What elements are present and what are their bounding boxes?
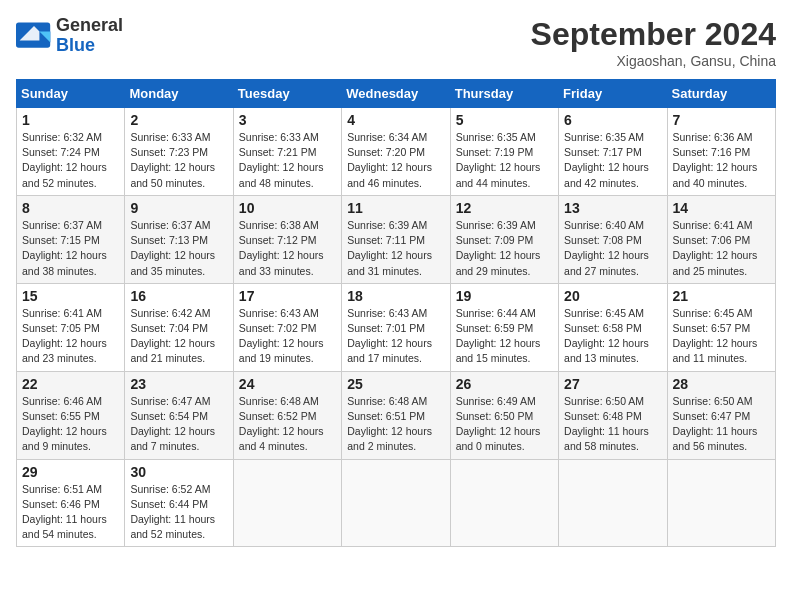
day-number: 7 (673, 112, 770, 128)
day-number: 4 (347, 112, 444, 128)
day-info: Sunrise: 6:46 AMSunset: 6:55 PMDaylight:… (22, 394, 119, 455)
day-info: Sunrise: 6:41 AMSunset: 7:06 PMDaylight:… (673, 218, 770, 279)
location-subtitle: Xigaoshan, Gansu, China (531, 53, 776, 69)
day-info: Sunrise: 6:50 AMSunset: 6:47 PMDaylight:… (673, 394, 770, 455)
dow-header-sunday: Sunday (17, 80, 125, 108)
day-number: 17 (239, 288, 336, 304)
week-row-5: 29Sunrise: 6:51 AMSunset: 6:46 PMDayligh… (17, 459, 776, 547)
day-number: 15 (22, 288, 119, 304)
day-cell: 15Sunrise: 6:41 AMSunset: 7:05 PMDayligh… (17, 283, 125, 371)
day-info: Sunrise: 6:36 AMSunset: 7:16 PMDaylight:… (673, 130, 770, 191)
day-cell (667, 459, 775, 547)
day-info: Sunrise: 6:37 AMSunset: 7:15 PMDaylight:… (22, 218, 119, 279)
calendar-table: SundayMondayTuesdayWednesdayThursdayFrid… (16, 79, 776, 547)
week-row-3: 15Sunrise: 6:41 AMSunset: 7:05 PMDayligh… (17, 283, 776, 371)
day-number: 28 (673, 376, 770, 392)
title-block: September 2024 Xigaoshan, Gansu, China (531, 16, 776, 69)
day-info: Sunrise: 6:38 AMSunset: 7:12 PMDaylight:… (239, 218, 336, 279)
day-info: Sunrise: 6:47 AMSunset: 6:54 PMDaylight:… (130, 394, 227, 455)
day-cell: 12Sunrise: 6:39 AMSunset: 7:09 PMDayligh… (450, 195, 558, 283)
day-cell: 23Sunrise: 6:47 AMSunset: 6:54 PMDayligh… (125, 371, 233, 459)
logo-text-general: General (56, 16, 123, 36)
day-cell: 16Sunrise: 6:42 AMSunset: 7:04 PMDayligh… (125, 283, 233, 371)
day-number: 16 (130, 288, 227, 304)
day-cell: 30Sunrise: 6:52 AMSunset: 6:44 PMDayligh… (125, 459, 233, 547)
day-number: 9 (130, 200, 227, 216)
day-cell: 8Sunrise: 6:37 AMSunset: 7:15 PMDaylight… (17, 195, 125, 283)
day-cell: 5Sunrise: 6:35 AMSunset: 7:19 PMDaylight… (450, 108, 558, 196)
day-cell: 21Sunrise: 6:45 AMSunset: 6:57 PMDayligh… (667, 283, 775, 371)
logo-icon (16, 22, 52, 50)
day-cell: 6Sunrise: 6:35 AMSunset: 7:17 PMDaylight… (559, 108, 667, 196)
day-number: 3 (239, 112, 336, 128)
day-number: 29 (22, 464, 119, 480)
day-info: Sunrise: 6:43 AMSunset: 7:02 PMDaylight:… (239, 306, 336, 367)
day-number: 1 (22, 112, 119, 128)
day-info: Sunrise: 6:50 AMSunset: 6:48 PMDaylight:… (564, 394, 661, 455)
day-number: 18 (347, 288, 444, 304)
day-cell: 4Sunrise: 6:34 AMSunset: 7:20 PMDaylight… (342, 108, 450, 196)
day-info: Sunrise: 6:37 AMSunset: 7:13 PMDaylight:… (130, 218, 227, 279)
dow-header-friday: Friday (559, 80, 667, 108)
day-number: 22 (22, 376, 119, 392)
dow-header-wednesday: Wednesday (342, 80, 450, 108)
day-info: Sunrise: 6:39 AMSunset: 7:09 PMDaylight:… (456, 218, 553, 279)
dow-header-saturday: Saturday (667, 80, 775, 108)
day-number: 6 (564, 112, 661, 128)
day-cell: 2Sunrise: 6:33 AMSunset: 7:23 PMDaylight… (125, 108, 233, 196)
day-number: 24 (239, 376, 336, 392)
day-number: 12 (456, 200, 553, 216)
day-info: Sunrise: 6:42 AMSunset: 7:04 PMDaylight:… (130, 306, 227, 367)
day-cell: 25Sunrise: 6:48 AMSunset: 6:51 PMDayligh… (342, 371, 450, 459)
day-cell: 17Sunrise: 6:43 AMSunset: 7:02 PMDayligh… (233, 283, 341, 371)
day-info: Sunrise: 6:43 AMSunset: 7:01 PMDaylight:… (347, 306, 444, 367)
day-number: 19 (456, 288, 553, 304)
day-info: Sunrise: 6:40 AMSunset: 7:08 PMDaylight:… (564, 218, 661, 279)
day-cell: 10Sunrise: 6:38 AMSunset: 7:12 PMDayligh… (233, 195, 341, 283)
day-info: Sunrise: 6:33 AMSunset: 7:21 PMDaylight:… (239, 130, 336, 191)
calendar-body: 1Sunrise: 6:32 AMSunset: 7:24 PMDaylight… (17, 108, 776, 547)
day-cell: 7Sunrise: 6:36 AMSunset: 7:16 PMDaylight… (667, 108, 775, 196)
day-number: 2 (130, 112, 227, 128)
page-header: General Blue September 2024 Xigaoshan, G… (16, 16, 776, 69)
dow-header-thursday: Thursday (450, 80, 558, 108)
dow-header-tuesday: Tuesday (233, 80, 341, 108)
day-info: Sunrise: 6:35 AMSunset: 7:19 PMDaylight:… (456, 130, 553, 191)
day-number: 10 (239, 200, 336, 216)
day-cell: 28Sunrise: 6:50 AMSunset: 6:47 PMDayligh… (667, 371, 775, 459)
day-info: Sunrise: 6:45 AMSunset: 6:57 PMDaylight:… (673, 306, 770, 367)
day-info: Sunrise: 6:39 AMSunset: 7:11 PMDaylight:… (347, 218, 444, 279)
day-number: 20 (564, 288, 661, 304)
day-info: Sunrise: 6:33 AMSunset: 7:23 PMDaylight:… (130, 130, 227, 191)
week-row-1: 1Sunrise: 6:32 AMSunset: 7:24 PMDaylight… (17, 108, 776, 196)
day-of-week-header-row: SundayMondayTuesdayWednesdayThursdayFrid… (17, 80, 776, 108)
day-info: Sunrise: 6:51 AMSunset: 6:46 PMDaylight:… (22, 482, 119, 543)
day-info: Sunrise: 6:41 AMSunset: 7:05 PMDaylight:… (22, 306, 119, 367)
day-cell: 14Sunrise: 6:41 AMSunset: 7:06 PMDayligh… (667, 195, 775, 283)
day-info: Sunrise: 6:48 AMSunset: 6:52 PMDaylight:… (239, 394, 336, 455)
day-number: 8 (22, 200, 119, 216)
dow-header-monday: Monday (125, 80, 233, 108)
day-cell (450, 459, 558, 547)
day-cell: 11Sunrise: 6:39 AMSunset: 7:11 PMDayligh… (342, 195, 450, 283)
day-info: Sunrise: 6:34 AMSunset: 7:20 PMDaylight:… (347, 130, 444, 191)
week-row-2: 8Sunrise: 6:37 AMSunset: 7:15 PMDaylight… (17, 195, 776, 283)
day-info: Sunrise: 6:48 AMSunset: 6:51 PMDaylight:… (347, 394, 444, 455)
day-cell: 13Sunrise: 6:40 AMSunset: 7:08 PMDayligh… (559, 195, 667, 283)
week-row-4: 22Sunrise: 6:46 AMSunset: 6:55 PMDayligh… (17, 371, 776, 459)
day-cell: 19Sunrise: 6:44 AMSunset: 6:59 PMDayligh… (450, 283, 558, 371)
day-cell: 27Sunrise: 6:50 AMSunset: 6:48 PMDayligh… (559, 371, 667, 459)
day-info: Sunrise: 6:32 AMSunset: 7:24 PMDaylight:… (22, 130, 119, 191)
day-cell: 9Sunrise: 6:37 AMSunset: 7:13 PMDaylight… (125, 195, 233, 283)
day-cell: 20Sunrise: 6:45 AMSunset: 6:58 PMDayligh… (559, 283, 667, 371)
day-info: Sunrise: 6:35 AMSunset: 7:17 PMDaylight:… (564, 130, 661, 191)
day-number: 23 (130, 376, 227, 392)
day-info: Sunrise: 6:49 AMSunset: 6:50 PMDaylight:… (456, 394, 553, 455)
day-cell: 18Sunrise: 6:43 AMSunset: 7:01 PMDayligh… (342, 283, 450, 371)
day-number: 30 (130, 464, 227, 480)
day-number: 26 (456, 376, 553, 392)
day-number: 27 (564, 376, 661, 392)
day-number: 11 (347, 200, 444, 216)
day-info: Sunrise: 6:44 AMSunset: 6:59 PMDaylight:… (456, 306, 553, 367)
day-number: 25 (347, 376, 444, 392)
